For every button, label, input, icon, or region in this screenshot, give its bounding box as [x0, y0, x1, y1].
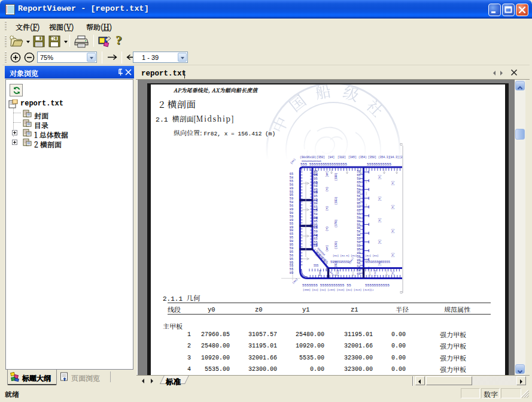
svg-text:555: 555 — [314, 264, 319, 267]
svg-text:95: 95 — [360, 240, 363, 243]
svg-text:[m]: [m] — [391, 229, 394, 234]
svg-text:(120): (120) — [335, 241, 338, 249]
svg-text:(Tm): (Tm) — [373, 270, 376, 276]
svg-text:59: 59 — [360, 244, 363, 247]
svg-text:(Tm): (Tm) — [336, 270, 339, 276]
svg-text:5555555 55555555555 55: 5555555 55555555555 55 — [302, 283, 351, 288]
svg-text:[310]: [310] — [338, 156, 346, 159]
svg-text:65: 65 — [360, 185, 363, 188]
svg-text:89: 89 — [290, 271, 293, 275]
svg-text:59: 59 — [360, 268, 363, 270]
svg-text:[84]: [84] — [328, 156, 335, 159]
svg-text:(170): (170) — [335, 219, 338, 228]
svg-text:56: 56 — [360, 173, 363, 176]
svg-text:5559555955555: 5559555955555 — [365, 261, 390, 264]
svg-text:59: 59 — [360, 197, 363, 200]
svg-text:(m): (m) — [326, 226, 329, 231]
svg-text:555 55555555555555555: 555 55555555555555555 — [300, 162, 347, 167]
svg-text:(98x96x10): (98x96x10) — [300, 156, 317, 159]
svg-text:[m]: [m] — [391, 181, 394, 186]
svg-text:58: 58 — [360, 205, 363, 207]
svg-text:(354.3): (354.3) — [378, 156, 390, 159]
svg-text:58: 58 — [360, 217, 363, 219]
svg-text:(m): (m) — [326, 206, 329, 211]
svg-text:[345]: [345] — [348, 156, 357, 159]
svg-text:[m]: [m] — [378, 175, 381, 180]
svg-text:级: 级 — [341, 84, 362, 105]
svg-text:58: 58 — [360, 232, 363, 235]
svg-text:65: 65 — [360, 252, 363, 255]
svg-text:65: 65 — [360, 237, 363, 239]
svg-text:[84.3]: [84.3] — [389, 156, 399, 159]
svg-text:(180): (180) — [335, 173, 338, 181]
svg-text:59: 59 — [360, 225, 363, 227]
svg-text:55: 55 — [360, 189, 363, 191]
svg-text:5955595559: 5955595559 — [330, 261, 349, 264]
svg-text:55555555555: 55555555555 — [367, 162, 391, 167]
svg-text:[84] [84]: [84] [84] — [365, 255, 379, 257]
svg-text:(ms): (ms) — [290, 158, 296, 165]
svg-text:98: 98 — [360, 193, 363, 195]
svg-text:(Tm): (Tm) — [318, 270, 321, 276]
svg-text:[m]: [m] — [378, 218, 381, 223]
svg-text:[350] [84] [84] [203] [310] [8: [350] [84] [84] [203] [310] [84] [313] [… — [303, 288, 374, 291]
svg-text:[350]: [350] — [368, 156, 376, 159]
svg-text:58: 58 — [360, 208, 363, 211]
svg-text:[m]: [m] — [391, 253, 394, 258]
svg-text:95: 95 — [360, 248, 363, 250]
svg-text:[m]: [m] — [391, 271, 394, 276]
svg-text:98: 98 — [360, 272, 363, 274]
svg-text:58: 58 — [360, 181, 363, 183]
svg-text:58: 58 — [314, 244, 317, 248]
svg-text:(om): (om) — [326, 245, 329, 252]
svg-text:(m): (m) — [326, 187, 329, 192]
svg-text:(m): (m) — [326, 266, 329, 271]
svg-text:89: 89 — [360, 201, 363, 203]
svg-text:社: 社 — [362, 94, 389, 121]
svg-text:[2: [2 — [399, 156, 403, 159]
svg-text:[350]: [350] — [317, 156, 325, 159]
svg-text:[m]: [m] — [378, 197, 381, 201]
svg-text:(354): (354) — [358, 156, 367, 159]
svg-text:[om]: [om] — [326, 171, 329, 177]
svg-text:95: 95 — [360, 260, 363, 262]
svg-text:55: 55 — [360, 264, 363, 267]
svg-text:55555555555: 55555555555 — [365, 283, 390, 288]
svg-text:65: 65 — [360, 228, 363, 231]
svg-text:5559555955595: 5559555955595 — [302, 160, 321, 162]
svg-text:[84] [84.5] [84]: [84] [84.5] [84] — [333, 255, 357, 257]
svg-text:[m]: [m] — [378, 240, 381, 244]
svg-text:(183): (183) — [335, 197, 338, 205]
svg-text:65: 65 — [360, 220, 363, 223]
svg-text:59: 59 — [360, 177, 363, 180]
svg-text:95: 95 — [360, 213, 363, 215]
svg-text:船: 船 — [314, 84, 333, 103]
svg-text:[m]: [m] — [391, 205, 394, 210]
svg-text:56: 56 — [360, 256, 363, 259]
